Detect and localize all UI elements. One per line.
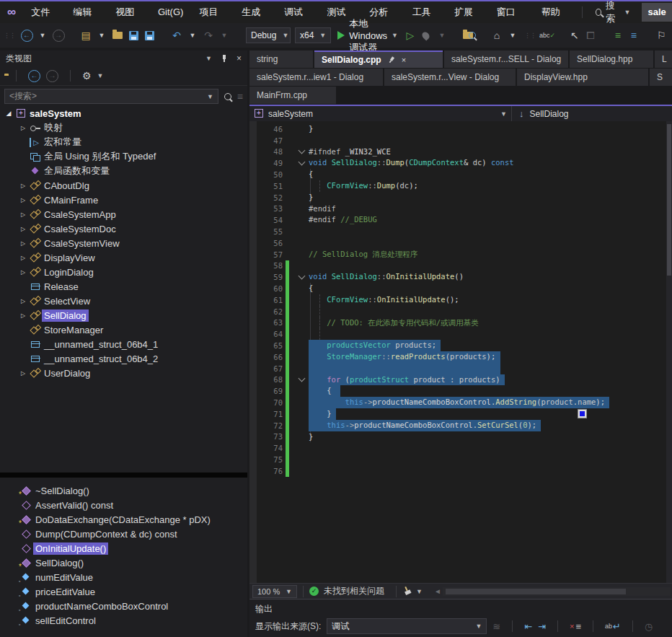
editor-tab[interactable]: saleSystem.r...iew1 - Dialog [249,69,383,86]
outlining-margin[interactable] [294,276,309,278]
editor-tab[interactable]: S [650,69,672,86]
navigate-back-button[interactable]: ← [19,27,34,44]
code-text[interactable]: { [309,385,666,397]
code-text[interactable]: // SellDialog 消息处理程序 [309,249,666,260]
menu-item[interactable]: 文件(F) [23,2,65,22]
code-text[interactable] [309,454,666,465]
window-position-button[interactable]: ▼ [205,55,212,62]
outlining-margin[interactable] [294,150,309,153]
member-item[interactable]: ~SellDialog() [0,483,247,498]
code-line[interactable]: 73} [249,431,666,443]
timestamp-button[interactable]: ◷ [645,621,653,632]
pin-icon[interactable] [386,55,397,65]
tree-item[interactable]: __unnamed_struct_06b4_1 [0,337,247,351]
code-text[interactable]: } [309,192,666,203]
code-text[interactable]: this->productNameComboBoxControl.AddStri… [309,397,666,408]
code-line[interactable]: 58 [249,260,666,272]
code-line[interactable]: 54#endif //_DEBUG [249,214,666,226]
settings-dropdown[interactable]: ▼ [97,72,104,79]
start-without-debugging-button[interactable]: ▷ [403,27,417,44]
tree-item[interactable]: ▷CMainFrame [0,193,247,207]
member-item[interactable]: SellDialog() [0,555,247,570]
outlining-margin[interactable] [294,162,309,164]
menu-item[interactable]: 编辑(E) [65,2,107,22]
code-text[interactable]: for (productStruct product : products) [309,374,666,386]
class-view-search-input[interactable]: <搜索> ▼ [4,89,218,104]
code-line[interactable]: 57// SellDialog 消息处理程序 [249,249,666,260]
tree-item[interactable]: ▷DisplayView [0,250,247,265]
new-file-dropdown[interactable]: ▼ [94,27,109,44]
code-line[interactable]: 65 productsVector products; [249,340,666,351]
code-line[interactable]: 70 this->productNameComboBoxControl.AddS… [249,397,666,408]
code-text[interactable]: #ifndef _WIN32_WCE [309,146,666,158]
close-icon[interactable]: × [236,53,242,63]
code-text[interactable]: void SellDialog::OnInitialUpdate() [309,271,666,283]
code-text[interactable] [309,260,666,272]
message-level-icon[interactable]: ≋ [492,621,500,632]
code-line[interactable]: 60{ [249,283,666,294]
tree-item[interactable]: ▷CsaleSystemDoc [0,221,247,236]
platform-select[interactable]: x64▼ [295,27,331,43]
collapse-arrow-icon[interactable]: ◢ [3,110,14,117]
member-item[interactable]: sellEditControl [0,613,247,628]
expand-arrow-icon[interactable]: ▷ [17,269,29,276]
navigate-forward-button[interactable]: → [51,27,66,44]
code-line[interactable]: 59void SellDialog::OnInitialUpdate() [249,271,666,283]
menu-item[interactable]: 工具(T) [404,2,446,22]
code-line[interactable]: 53#endif [249,203,666,215]
menu-item[interactable]: 调试(D) [276,2,319,22]
expand-arrow-icon[interactable]: ▷ [17,298,29,304]
code-line[interactable]: 56 [249,237,666,249]
tree-item[interactable]: ▷SellDialog [0,308,247,322]
configuration-select[interactable]: Debug▼ [246,27,291,43]
code-text[interactable]: } [309,408,666,420]
scroll-left-button[interactable]: ◄ [434,587,441,595]
expand-arrow-icon[interactable]: ▷ [17,240,29,247]
expand-arrow-icon[interactable]: ▷ [17,312,29,319]
clear-all-button[interactable]: ×≡ [570,621,581,632]
hot-reload-dropdown[interactable]: ▼ [435,27,449,44]
forward-button[interactable]: → [46,70,58,82]
code-text[interactable] [309,465,666,477]
expand-arrow-icon[interactable]: ▷ [17,370,29,377]
decrease-indent-button[interactable]: ≡ [611,27,625,44]
code-line[interactable]: 51 CFormView::Dump(dc); [249,180,666,192]
tree-item[interactable]: Release [0,279,247,294]
navigate-back-dropdown[interactable]: ▼ [35,27,50,44]
code-line[interactable]: 76 [249,465,666,477]
member-item[interactable]: OnInitialUpdate() [0,541,247,555]
code-text[interactable] [309,226,666,237]
editor-tab[interactable]: MainFrm.cpp [249,87,336,104]
class-view-settings-button[interactable]: ⚙ [82,70,92,82]
next-message-button[interactable]: ⇥ [538,621,546,632]
sync-dropdown[interactable]: ▼ [505,27,520,44]
code-line[interactable]: 66 StoreManager::readProducts(products); [249,351,666,363]
code-text[interactable] [309,328,666,340]
tree-item[interactable]: 全局函数和变量 [0,164,247,178]
expand-arrow-icon[interactable]: ▷ [17,255,29,261]
code-line[interactable]: 62 [249,306,666,317]
class-view-splitter[interactable] [0,473,247,478]
output-source-select[interactable]: 调试▼ [327,618,487,634]
select-element-button[interactable]: ↖ [567,27,582,44]
tree-item[interactable]: ◢saleSystem [0,106,247,120]
editor-tab[interactable]: DisplayView.hpp [517,69,648,86]
code-text[interactable]: CFormView::Dump(dc); [309,180,666,192]
code-line[interactable]: 67 [249,363,666,374]
code-text[interactable]: { [309,169,666,180]
open-file-button[interactable] [110,27,125,44]
expand-arrow-icon[interactable]: ▷ [17,197,29,203]
expand-arrow-icon[interactable]: ▷ [17,125,29,131]
code-cleanup-button[interactable] [401,585,413,597]
find-in-files-button[interactable] [462,27,477,44]
member-item[interactable]: numEditValue [0,570,247,584]
pin-icon[interactable] [221,54,228,63]
code-text[interactable]: void SellDialog::Dump(CDumpContext& dc) … [309,157,666,169]
code-line[interactable]: 72 this->productNameComboBoxControl.SetC… [249,420,666,431]
editor-tab[interactable]: L [655,50,672,68]
copy-element-button[interactable]: ⧠ [583,27,598,44]
code-line[interactable]: 61 CFormView::OnInitialUpdate(); [249,294,666,306]
tree-item[interactable]: ▷CsaleSystemApp [0,207,247,221]
code-line[interactable]: 49void SellDialog::Dump(CDumpContext& dc… [249,157,666,169]
code-text[interactable] [309,363,666,374]
